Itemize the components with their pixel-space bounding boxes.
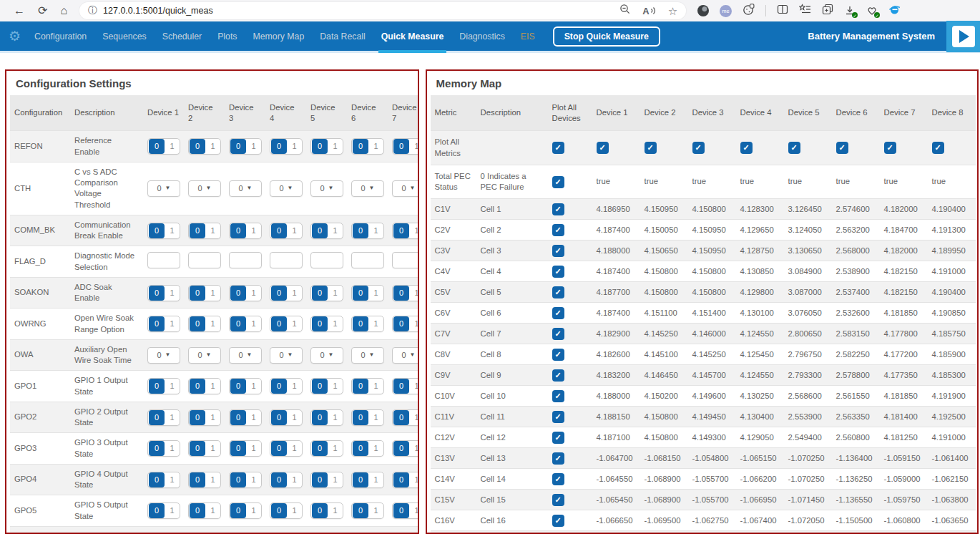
toggle-gpo1-device-2[interactable]: 01 bbox=[188, 378, 221, 394]
toggle-soakon-device-7[interactable]: 01 bbox=[392, 285, 419, 301]
toggle-soakon-device-4[interactable]: 01 bbox=[270, 285, 303, 301]
select-cth-device-7[interactable]: 0▼ bbox=[392, 180, 419, 197]
toggle-option-selected[interactable]: 0 bbox=[393, 139, 409, 154]
toggle-option-selected[interactable]: 0 bbox=[353, 441, 368, 456]
toggle-option-selected[interactable]: 0 bbox=[353, 223, 368, 238]
toggle-owrng-device-2[interactable]: 01 bbox=[188, 316, 221, 332]
toggle-option-selected[interactable]: 0 bbox=[353, 286, 368, 301]
toggle-option-selected[interactable]: 0 bbox=[230, 379, 246, 394]
toggle-gpo1-device-5[interactable]: 01 bbox=[310, 378, 343, 394]
input-flag-d-device-5[interactable] bbox=[310, 252, 343, 268]
toggle-option[interactable]: 1 bbox=[368, 225, 383, 236]
toggle-option-selected[interactable]: 0 bbox=[353, 379, 368, 394]
toggle-option-selected[interactable]: 0 bbox=[149, 410, 165, 425]
toggle-option[interactable]: 1 bbox=[246, 505, 261, 516]
nav-item-plots[interactable]: Plots bbox=[217, 21, 237, 51]
select-cth-device-5[interactable]: 0▼ bbox=[310, 180, 343, 197]
toggle-comm-bk-device-6[interactable]: 01 bbox=[351, 223, 384, 239]
toggle-option-selected[interactable]: 0 bbox=[230, 441, 246, 456]
select-cth-device-3[interactable]: 0▼ bbox=[229, 180, 262, 197]
toggle-option-selected[interactable]: 0 bbox=[393, 472, 409, 487]
toggle-option[interactable]: 1 bbox=[368, 505, 383, 516]
toggle-option-selected[interactable]: 0 bbox=[353, 139, 368, 154]
toggle-option[interactable]: 1 bbox=[165, 505, 180, 516]
toggle-refon-device-7[interactable]: 01 bbox=[392, 138, 419, 155]
toggle-option-selected[interactable]: 0 bbox=[149, 472, 165, 487]
extensions-cookie-icon[interactable] bbox=[743, 4, 755, 19]
toggle-gpo5-device-1[interactable]: 01 bbox=[147, 502, 180, 519]
toggle-option-selected[interactable]: 0 bbox=[230, 472, 246, 487]
back-icon[interactable]: ← bbox=[14, 5, 25, 16]
toggle-owrng-device-4[interactable]: 01 bbox=[270, 316, 303, 332]
toggle-option-selected[interactable]: 0 bbox=[312, 139, 328, 154]
toggle-option[interactable]: 1 bbox=[409, 319, 419, 329]
toggle-option-selected[interactable]: 0 bbox=[312, 286, 328, 301]
toggle-option-selected[interactable]: 0 bbox=[271, 223, 287, 238]
plot-checkbox-c14v[interactable]: ✓ bbox=[552, 473, 564, 485]
toggle-option[interactable]: 1 bbox=[287, 225, 302, 236]
toggle-gpo1-device-4[interactable]: 01 bbox=[270, 378, 303, 394]
toggle-option-selected[interactable]: 0 bbox=[149, 286, 165, 301]
toggle-gpo2-device-1[interactable]: 01 bbox=[147, 409, 180, 426]
toggle-gpo5-device-2[interactable]: 01 bbox=[188, 502, 221, 519]
plot-checkbox-total-pec-status[interactable]: ✓ bbox=[552, 176, 564, 188]
nav-item-eis[interactable]: EIS bbox=[521, 21, 535, 51]
address-bar[interactable]: ⓘ 127.0.0.1:5001/quick_meas A ☆ bbox=[79, 2, 686, 19]
nav-item-scheduler[interactable]: Scheduler bbox=[162, 21, 202, 51]
toggle-option[interactable]: 1 bbox=[328, 288, 343, 298]
select-cth-device-6[interactable]: 0▼ bbox=[351, 180, 384, 197]
toggle-option[interactable]: 1 bbox=[205, 141, 220, 152]
plot-device-7-checkbox[interactable]: ✓ bbox=[884, 142, 896, 154]
toggle-option[interactable]: 1 bbox=[205, 319, 220, 329]
select-owa-device-7[interactable]: 0▼ bbox=[392, 347, 419, 364]
toggle-option-selected[interactable]: 0 bbox=[393, 503, 409, 518]
toggle-option-selected[interactable]: 0 bbox=[312, 441, 328, 456]
toggle-option[interactable]: 1 bbox=[287, 288, 302, 298]
plot-device-2-checkbox[interactable]: ✓ bbox=[645, 142, 657, 154]
toggle-option[interactable]: 1 bbox=[165, 225, 180, 236]
browser-essentials-icon[interactable]: ✓ bbox=[866, 5, 878, 16]
toggle-option-selected[interactable]: 0 bbox=[393, 379, 409, 394]
nav-item-sequences[interactable]: Sequences bbox=[102, 21, 147, 51]
toggle-option[interactable]: 1 bbox=[409, 141, 419, 152]
toggle-option[interactable]: 1 bbox=[368, 141, 383, 152]
plot-checkbox-c16v[interactable]: ✓ bbox=[552, 515, 564, 527]
toggle-gpo5-device-5[interactable]: 01 bbox=[310, 502, 343, 519]
select-cth-device-2[interactable]: 0▼ bbox=[188, 180, 221, 197]
stop-quick-measure-button[interactable]: Stop Quick Measure bbox=[553, 26, 660, 47]
plot-device-6-checkbox[interactable]: ✓ bbox=[836, 142, 848, 154]
toggle-option[interactable]: 1 bbox=[246, 288, 261, 298]
toggle-gpo5-device-7[interactable]: 01 bbox=[392, 502, 419, 519]
toggle-option-selected[interactable]: 0 bbox=[149, 223, 165, 238]
toggle-gpo2-device-4[interactable]: 01 bbox=[270, 409, 303, 426]
toggle-option-selected[interactable]: 0 bbox=[271, 139, 287, 154]
toggle-option[interactable]: 1 bbox=[165, 475, 180, 485]
toggle-option[interactable]: 1 bbox=[368, 288, 383, 298]
input-flag-d-device-7[interactable] bbox=[392, 252, 419, 268]
toggle-gpo5-device-4[interactable]: 01 bbox=[270, 502, 303, 519]
input-flag-d-device-2[interactable] bbox=[188, 252, 221, 268]
toggle-option[interactable]: 1 bbox=[287, 412, 302, 423]
input-flag-d-device-4[interactable] bbox=[270, 252, 303, 268]
toggle-option[interactable]: 1 bbox=[246, 443, 261, 454]
toggle-gpo3-device-4[interactable]: 01 bbox=[270, 440, 303, 457]
plot-device-8-checkbox[interactable]: ✓ bbox=[932, 142, 944, 154]
toggle-option-selected[interactable]: 0 bbox=[149, 503, 165, 518]
toggle-option[interactable]: 1 bbox=[328, 381, 343, 392]
select-owa-device-5[interactable]: 0▼ bbox=[310, 347, 343, 364]
toggle-option-selected[interactable]: 0 bbox=[149, 316, 165, 331]
toggle-option-selected[interactable]: 0 bbox=[190, 316, 205, 331]
toggle-gpo2-device-2[interactable]: 01 bbox=[188, 409, 221, 426]
toggle-option[interactable]: 1 bbox=[205, 505, 220, 516]
toggle-soakon-device-6[interactable]: 01 bbox=[351, 285, 384, 301]
toggle-option-selected[interactable]: 0 bbox=[312, 472, 328, 487]
toggle-option-selected[interactable]: 0 bbox=[190, 410, 205, 425]
toggle-refon-device-2[interactable]: 01 bbox=[188, 138, 221, 155]
toggle-option-selected[interactable]: 0 bbox=[312, 223, 328, 238]
toggle-option[interactable]: 1 bbox=[409, 505, 419, 516]
toggle-option[interactable]: 1 bbox=[328, 225, 343, 236]
toggle-option[interactable]: 1 bbox=[165, 412, 180, 423]
toggle-option[interactable]: 1 bbox=[287, 475, 302, 485]
plot-device-4-checkbox[interactable]: ✓ bbox=[740, 142, 753, 154]
toggle-option-selected[interactable]: 0 bbox=[312, 379, 328, 394]
